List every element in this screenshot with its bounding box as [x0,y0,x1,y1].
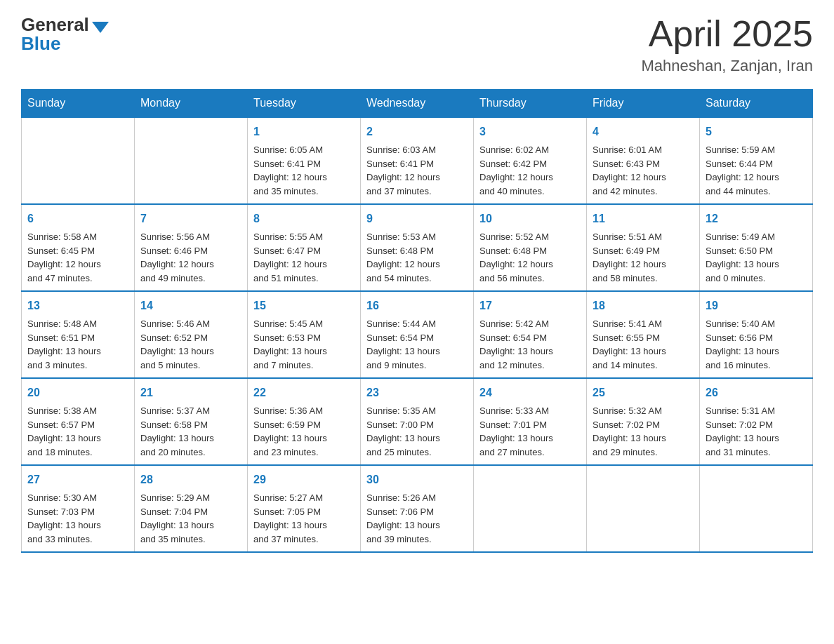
day-info: Sunrise: 5:40 AMSunset: 6:56 PMDaylight:… [706,317,807,372]
calendar-cell: 15Sunrise: 5:45 AMSunset: 6:53 PMDayligh… [248,291,361,378]
calendar-cell: 1Sunrise: 6:05 AMSunset: 6:41 PMDaylight… [248,117,361,204]
day-number: 6 [27,210,128,227]
day-info: Sunrise: 5:48 AMSunset: 6:51 PMDaylight:… [27,317,128,372]
weekday-header-monday: Monday [135,90,248,118]
day-info: Sunrise: 6:01 AMSunset: 6:43 PMDaylight:… [593,143,694,198]
day-info: Sunrise: 6:03 AMSunset: 6:41 PMDaylight:… [366,143,468,198]
calendar-week-row: 27Sunrise: 5:30 AMSunset: 7:03 PMDayligh… [22,465,813,552]
day-info: Sunrise: 5:58 AMSunset: 6:45 PMDaylight:… [27,230,128,285]
calendar-cell [474,465,587,552]
day-number: 29 [253,471,355,488]
day-number: 13 [27,297,128,314]
calendar-cell: 5Sunrise: 5:59 AMSunset: 6:44 PMDaylight… [700,117,813,204]
day-number: 8 [253,210,355,227]
weekday-header-wednesday: Wednesday [361,90,474,118]
calendar-cell: 29Sunrise: 5:27 AMSunset: 7:05 PMDayligh… [248,465,361,552]
day-number: 30 [366,471,468,488]
calendar-cell: 28Sunrise: 5:29 AMSunset: 7:04 PMDayligh… [135,465,248,552]
day-number: 16 [366,297,468,314]
calendar-cell: 2Sunrise: 6:03 AMSunset: 6:41 PMDaylight… [361,117,474,204]
day-info: Sunrise: 5:42 AMSunset: 6:54 PMDaylight:… [479,317,581,372]
day-info: Sunrise: 5:29 AMSunset: 7:04 PMDaylight:… [140,491,241,546]
day-info: Sunrise: 5:46 AMSunset: 6:52 PMDaylight:… [140,317,241,372]
header: General Blue April 2025 Mahneshan, Zanja… [21,14,813,75]
day-info: Sunrise: 5:35 AMSunset: 7:00 PMDaylight:… [366,404,468,459]
calendar-cell [587,465,700,552]
day-number: 18 [593,297,694,314]
calendar-cell [22,117,135,204]
calendar-cell: 24Sunrise: 5:33 AMSunset: 7:01 PMDayligh… [474,378,587,465]
day-number: 28 [140,471,241,488]
calendar-cell: 9Sunrise: 5:53 AMSunset: 6:48 PMDaylight… [361,204,474,291]
day-number: 26 [706,384,807,401]
day-number: 21 [140,384,241,401]
calendar-cell [700,465,813,552]
calendar-cell: 10Sunrise: 5:52 AMSunset: 6:48 PMDayligh… [474,204,587,291]
weekday-header-thursday: Thursday [474,90,587,118]
day-info: Sunrise: 5:44 AMSunset: 6:54 PMDaylight:… [366,317,468,372]
calendar-cell [135,117,248,204]
day-number: 14 [140,297,241,314]
day-number: 5 [706,123,807,140]
calendar-table: SundayMondayTuesdayWednesdayThursdayFrid… [21,89,813,553]
logo-arrow-icon [92,22,109,33]
title-area: April 2025 Mahneshan, Zanjan, Iran [641,14,813,75]
calendar-cell: 7Sunrise: 5:56 AMSunset: 6:46 PMDaylight… [135,204,248,291]
day-info: Sunrise: 5:51 AMSunset: 6:49 PMDaylight:… [593,230,694,285]
logo: General Blue [21,14,109,55]
calendar-week-row: 13Sunrise: 5:48 AMSunset: 6:51 PMDayligh… [22,291,813,378]
day-info: Sunrise: 5:36 AMSunset: 6:59 PMDaylight:… [253,404,355,459]
day-number: 20 [27,384,128,401]
calendar-cell: 25Sunrise: 5:32 AMSunset: 7:02 PMDayligh… [587,378,700,465]
day-info: Sunrise: 5:32 AMSunset: 7:02 PMDaylight:… [593,404,694,459]
day-number: 25 [593,384,694,401]
calendar-cell: 20Sunrise: 5:38 AMSunset: 6:57 PMDayligh… [22,378,135,465]
day-number: 1 [253,123,355,140]
day-number: 24 [479,384,581,401]
day-number: 22 [253,384,355,401]
calendar-cell: 6Sunrise: 5:58 AMSunset: 6:45 PMDaylight… [22,204,135,291]
day-info: Sunrise: 5:45 AMSunset: 6:53 PMDaylight:… [253,317,355,372]
day-number: 15 [253,297,355,314]
day-number: 11 [593,210,694,227]
day-info: Sunrise: 5:30 AMSunset: 7:03 PMDaylight:… [27,491,128,546]
calendar-week-row: 20Sunrise: 5:38 AMSunset: 6:57 PMDayligh… [22,378,813,465]
calendar-cell: 16Sunrise: 5:44 AMSunset: 6:54 PMDayligh… [361,291,474,378]
day-info: Sunrise: 5:33 AMSunset: 7:01 PMDaylight:… [479,404,581,459]
calendar-cell: 11Sunrise: 5:51 AMSunset: 6:49 PMDayligh… [587,204,700,291]
day-info: Sunrise: 5:52 AMSunset: 6:48 PMDaylight:… [479,230,581,285]
calendar-cell: 26Sunrise: 5:31 AMSunset: 7:02 PMDayligh… [700,378,813,465]
month-title: April 2025 [641,14,813,54]
logo-blue-text: Blue [21,33,60,55]
calendar-cell: 23Sunrise: 5:35 AMSunset: 7:00 PMDayligh… [361,378,474,465]
day-info: Sunrise: 5:56 AMSunset: 6:46 PMDaylight:… [140,230,241,285]
calendar-cell: 3Sunrise: 6:02 AMSunset: 6:42 PMDaylight… [474,117,587,204]
day-info: Sunrise: 5:38 AMSunset: 6:57 PMDaylight:… [27,404,128,459]
day-number: 12 [706,210,807,227]
day-number: 10 [479,210,581,227]
day-info: Sunrise: 5:55 AMSunset: 6:47 PMDaylight:… [253,230,355,285]
weekday-header-friday: Friday [587,90,700,118]
day-info: Sunrise: 5:26 AMSunset: 7:06 PMDaylight:… [366,491,468,546]
day-info: Sunrise: 5:37 AMSunset: 6:58 PMDaylight:… [140,404,241,459]
day-number: 23 [366,384,468,401]
day-number: 3 [479,123,581,140]
day-number: 4 [593,123,694,140]
day-number: 19 [706,297,807,314]
calendar-cell: 4Sunrise: 6:01 AMSunset: 6:43 PMDaylight… [587,117,700,204]
day-info: Sunrise: 5:27 AMSunset: 7:05 PMDaylight:… [253,491,355,546]
calendar-cell: 22Sunrise: 5:36 AMSunset: 6:59 PMDayligh… [248,378,361,465]
calendar-cell: 30Sunrise: 5:26 AMSunset: 7:06 PMDayligh… [361,465,474,552]
calendar-cell: 13Sunrise: 5:48 AMSunset: 6:51 PMDayligh… [22,291,135,378]
day-number: 9 [366,210,468,227]
weekday-header-tuesday: Tuesday [248,90,361,118]
day-info: Sunrise: 5:31 AMSunset: 7:02 PMDaylight:… [706,404,807,459]
weekday-header-saturday: Saturday [700,90,813,118]
location-subtitle: Mahneshan, Zanjan, Iran [641,57,813,75]
day-number: 7 [140,210,241,227]
calendar-cell: 19Sunrise: 5:40 AMSunset: 6:56 PMDayligh… [700,291,813,378]
calendar-week-row: 1Sunrise: 6:05 AMSunset: 6:41 PMDaylight… [22,117,813,204]
calendar-cell: 14Sunrise: 5:46 AMSunset: 6:52 PMDayligh… [135,291,248,378]
day-info: Sunrise: 6:02 AMSunset: 6:42 PMDaylight:… [479,143,581,198]
day-number: 2 [366,123,468,140]
